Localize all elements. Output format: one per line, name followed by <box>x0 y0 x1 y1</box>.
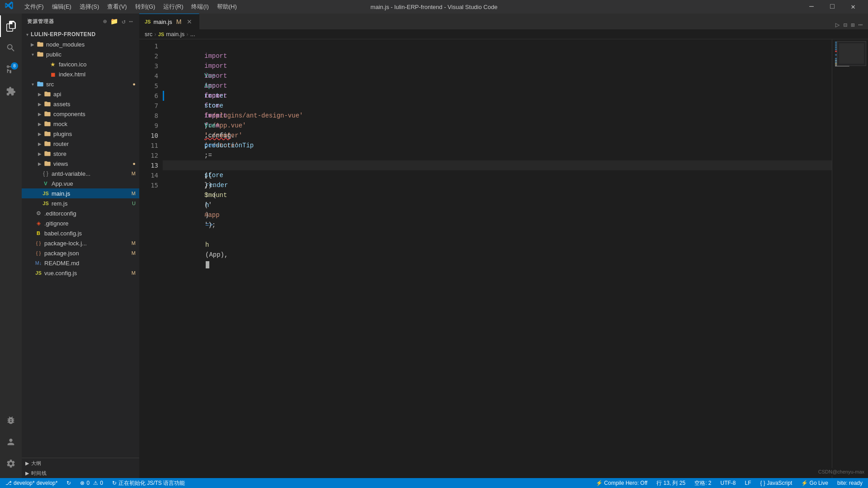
menu-select[interactable]: 选择(S) <box>76 1 103 12</box>
folder-icon <box>43 150 52 158</box>
breadcrumb-ellipsis[interactable]: ... <box>190 31 195 38</box>
rem-js-badge: U <box>132 201 136 206</box>
run-icon[interactable]: ▷ <box>835 20 840 29</box>
tab-close-button[interactable]: M <box>175 18 183 26</box>
editorconfig-icon: ⚙ <box>34 209 42 217</box>
tree-store[interactable]: ▶ store <box>22 149 139 159</box>
compile-hero-item[interactable]: ⚡ Compile Hero: Off <box>594 478 649 488</box>
more-actions-icon[interactable]: ⋯ <box>858 20 863 29</box>
tree-vue-config[interactable]: JS vue.config.js M <box>22 268 139 278</box>
menu-bar[interactable]: 文件(F) 编辑(E) 选择(S) 查看(V) 转到(G) 运行(R) 终端(I… <box>21 1 241 12</box>
settings-icon[interactable] <box>0 453 22 474</box>
cursor-position-item[interactable]: 行 13, 列 25 <box>655 478 687 488</box>
account-icon[interactable] <box>0 431 22 453</box>
main-layout: 8 资源管理器 ⊕ 📁 ↺ ⋯ <box>0 14 868 478</box>
tree-node-modules[interactable]: ▶ node_modules <box>22 39 139 49</box>
tree-plugins[interactable]: ▶ plugins <box>22 129 139 139</box>
debug-icon[interactable] <box>0 409 22 431</box>
new-folder-icon[interactable]: 📁 <box>109 17 119 26</box>
tree-app-vue[interactable]: V App.vue <box>22 178 139 188</box>
window-controls[interactable]: ─ □ ✕ <box>801 0 863 14</box>
tree-views[interactable]: ▶ views ● <box>22 159 139 169</box>
tree-assets[interactable]: ▶ assets <box>22 99 139 109</box>
tab-close-x[interactable]: ✕ <box>185 18 193 26</box>
split-editor-icon[interactable]: ⊟ <box>843 21 847 29</box>
tree-editorconfig[interactable]: ⚙ .editorconfig <box>22 208 139 218</box>
tree-package-lock[interactable]: { } package-lock.j... M <box>22 238 139 248</box>
bite-text: bite: ready <box>837 480 863 486</box>
tree-public[interactable]: ▾ public <box>22 49 139 59</box>
tree-components[interactable]: ▶ components <box>22 109 139 119</box>
api-label: api <box>53 91 136 98</box>
eol-item[interactable]: LF <box>743 478 753 488</box>
src-folder-icon <box>36 80 44 88</box>
components-label: components <box>53 111 136 117</box>
status-right: ⚡ Compile Hero: Off 行 13, 列 25 空格: 2 UTF… <box>594 478 864 488</box>
tree-project-root[interactable]: ▾ LULIN-ERP-FRONTEND <box>22 29 139 39</box>
tree-src[interactable]: ▾ src ● <box>22 79 139 89</box>
code-line-3: import router from './router' ; <box>163 61 832 71</box>
menu-terminal[interactable]: 终端(I) <box>188 1 212 12</box>
encoding-item[interactable]: UTF-8 <box>719 478 738 488</box>
source-control-icon[interactable]: 8 <box>0 59 22 80</box>
favicon-icon: ★ <box>49 60 57 68</box>
folder-icon <box>43 100 52 108</box>
tree-rem-js[interactable]: JS rem.js U <box>22 198 139 208</box>
tree-antd-variable[interactable]: { } antd-variable... M <box>22 169 139 178</box>
tree-router[interactable]: ▶ router <box>22 139 139 149</box>
tree-index-html[interactable]: ◼ index.html <box>22 69 139 79</box>
tab-main-js[interactable]: JS main.js M ✕ <box>139 14 199 29</box>
search-icon[interactable] <box>0 37 22 59</box>
expand-arrow: ▾ <box>29 52 36 57</box>
breadcrumb-src[interactable]: src <box>145 31 152 38</box>
explorer-icon[interactable] <box>0 15 22 37</box>
extensions-icon[interactable] <box>0 80 22 102</box>
menu-run[interactable]: 运行(R) <box>160 1 187 12</box>
tree-babel-config[interactable]: B babel.config.js <box>22 228 139 238</box>
tree-api[interactable]: ▶ api <box>22 89 139 99</box>
minimap-thumbnail <box>837 41 866 66</box>
title-bar-left: 文件(F) 编辑(E) 选择(S) 查看(V) 转到(G) 运行(R) 终端(I… <box>5 1 241 13</box>
tree-gitignore[interactable]: ◈ .gitignore <box>22 218 139 228</box>
status-bar: ⎇ develop* develop* ↻ ⊗ 0 ⚠ 0 ↻ 正在初始化 JS… <box>0 478 868 488</box>
menu-file[interactable]: 文件(F) <box>21 1 47 12</box>
breadcrumb-js-icon: JS <box>158 32 164 37</box>
breadcrumb-main-js[interactable]: main.js <box>166 31 184 38</box>
line-num-3: 3 <box>139 61 158 71</box>
menu-edit[interactable]: 编辑(E) <box>48 1 75 12</box>
tree-readme[interactable]: M↓ README.md <box>22 258 139 268</box>
menu-help[interactable]: 帮助(H) <box>213 1 241 12</box>
sync-item[interactable]: ↻ <box>65 478 73 488</box>
tree-mock[interactable]: ▶ mock <box>22 119 139 129</box>
errors-item[interactable]: ⊗ 0 ⚠ 0 <box>78 478 104 488</box>
git-branch-item[interactable]: ⎇ develop* develop* <box>4 478 59 488</box>
sidebar-actions[interactable]: ⊕ 📁 ↺ ⋯ <box>102 17 134 26</box>
menu-goto[interactable]: 转到(G) <box>132 1 159 12</box>
tree-favicon[interactable]: ★ favicon.ico <box>22 59 139 69</box>
folder-icon <box>43 120 52 128</box>
language-item[interactable]: { } JavaScript <box>759 478 794 488</box>
timeline-header[interactable]: ▶ 时间线 <box>22 468 139 478</box>
line-num-4: 4 <box>139 71 158 81</box>
close-button[interactable]: ✕ <box>843 0 863 14</box>
layout-icon[interactable]: ⊞ <box>851 21 854 29</box>
init-js-item[interactable]: ↻ 正在初始化 JS/TS 语言功能 <box>110 478 187 488</box>
app-vue-label: App.vue <box>52 180 136 187</box>
refresh-icon[interactable]: ↺ <box>121 17 126 26</box>
maximize-button[interactable]: □ <box>822 0 843 14</box>
code-line-7 <box>163 101 832 111</box>
tree-main-js[interactable]: JS main.js M <box>22 188 139 198</box>
new-file-icon[interactable]: ⊕ <box>102 17 108 26</box>
outline-header[interactable]: ▶ 大纲 <box>22 458 139 468</box>
code-content[interactable]: import Vue from 'vue' ; import App from <box>163 39 832 478</box>
minimize-button[interactable]: ─ <box>801 0 822 14</box>
bite-item[interactable]: bite: ready <box>835 478 864 488</box>
folder-icon <box>43 110 52 118</box>
go-live-item[interactable]: ⚡ Go Live <box>799 478 830 488</box>
menu-view[interactable]: 查看(V) <box>104 1 130 12</box>
expand-arrow: ▶ <box>36 122 43 127</box>
package-json-badge: M <box>132 250 136 256</box>
tree-package-json[interactable]: { } package.json M <box>22 248 139 258</box>
collapse-icon[interactable]: ⋯ <box>128 17 134 26</box>
indent-item[interactable]: 空格: 2 <box>693 478 713 488</box>
